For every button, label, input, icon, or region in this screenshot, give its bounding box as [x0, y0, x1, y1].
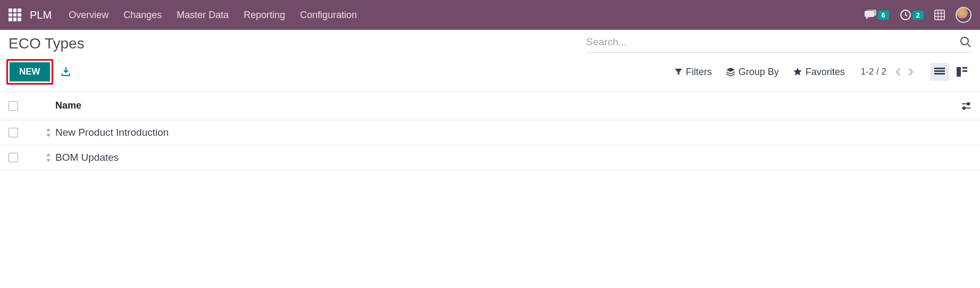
chat-icon [864, 10, 877, 20]
nav-right: 6 2 [864, 7, 971, 23]
messages-badge: 6 [878, 11, 889, 20]
nav-master-data[interactable]: Master Data [177, 10, 229, 21]
nav-changes[interactable]: Changes [123, 10, 162, 21]
control-row: ECO Types [0, 30, 980, 53]
row-name[interactable]: BOM Updates [55, 152, 971, 163]
search-area [587, 34, 971, 53]
messages-button[interactable]: 6 [864, 10, 889, 20]
export-button[interactable] [61, 67, 71, 77]
svg-rect-11 [957, 67, 961, 77]
apps-icon[interactable] [9, 9, 21, 21]
kanban-icon [957, 67, 967, 77]
svg-rect-10 [934, 73, 945, 75]
groupby-button[interactable]: Group By [726, 67, 779, 78]
filter-icon [674, 68, 683, 76]
svg-point-15 [967, 102, 969, 104]
search-input[interactable] [587, 34, 960, 50]
pager-next[interactable] [904, 67, 917, 77]
filters-button[interactable]: Filters [674, 67, 712, 78]
layers-icon [726, 67, 735, 77]
svg-point-6 [961, 37, 968, 45]
app-brand[interactable]: PLM [30, 9, 52, 21]
toolbar: NEW Filters Group By Favorites 1-2 / 2 [0, 53, 980, 92]
nav-reporting[interactable]: Reporting [244, 10, 285, 21]
grid-icon [934, 10, 945, 20]
column-header-name[interactable]: Name [55, 100, 961, 111]
clock-icon [900, 9, 911, 21]
download-icon [61, 67, 71, 77]
svg-rect-12 [962, 67, 967, 69]
column-settings-button[interactable] [961, 101, 971, 111]
svg-point-17 [963, 106, 965, 109]
svg-rect-13 [962, 70, 967, 72]
svg-rect-8 [934, 68, 945, 69]
svg-rect-9 [934, 70, 945, 72]
row-checkbox[interactable] [9, 128, 18, 137]
search-button[interactable] [960, 36, 971, 48]
activities-badge: 2 [912, 11, 924, 20]
svg-rect-1 [935, 10, 944, 20]
table-row[interactable]: New Product Introduction [0, 120, 980, 145]
page-title: ECO Types [9, 35, 587, 52]
chevron-right-icon [908, 67, 914, 77]
main-navbar: PLM Overview Changes Master Data Reporti… [0, 0, 980, 30]
new-button-highlight: NEW [6, 59, 53, 85]
favorites-label: Favorites [806, 67, 845, 78]
sliders-icon [961, 101, 971, 111]
list-view-button[interactable] [930, 63, 949, 81]
nav-overview[interactable]: Overview [69, 10, 108, 21]
pager-text[interactable]: 1-2 / 2 [861, 67, 886, 77]
select-all-checkbox[interactable] [9, 101, 18, 111]
drag-handle[interactable] [18, 128, 55, 137]
drag-handle[interactable] [18, 153, 55, 162]
nav-configuration[interactable]: Configuration [300, 10, 357, 21]
nav-menu: Overview Changes Master Data Reporting C… [69, 10, 864, 21]
search-icon [960, 36, 971, 48]
groupby-label: Group By [739, 67, 779, 78]
sort-icon [45, 153, 52, 162]
star-icon [793, 67, 802, 77]
row-checkbox[interactable] [9, 153, 18, 162]
grid-menu-button[interactable] [934, 10, 945, 20]
sort-icon [45, 128, 52, 137]
table-header: Name [0, 92, 980, 120]
row-name[interactable]: New Product Introduction [55, 127, 971, 138]
favorites-button[interactable]: Favorites [793, 67, 845, 78]
pager-prev[interactable] [892, 67, 904, 77]
new-button[interactable]: NEW [10, 62, 50, 81]
view-switcher [930, 63, 971, 81]
user-avatar[interactable] [956, 7, 971, 23]
svg-line-7 [968, 44, 970, 47]
list-icon [934, 68, 945, 76]
activities-button[interactable]: 2 [900, 9, 924, 21]
kanban-view-button[interactable] [952, 63, 971, 81]
chevron-left-icon [895, 67, 901, 77]
filters-label: Filters [686, 67, 712, 78]
table-row[interactable]: BOM Updates [0, 145, 980, 170]
